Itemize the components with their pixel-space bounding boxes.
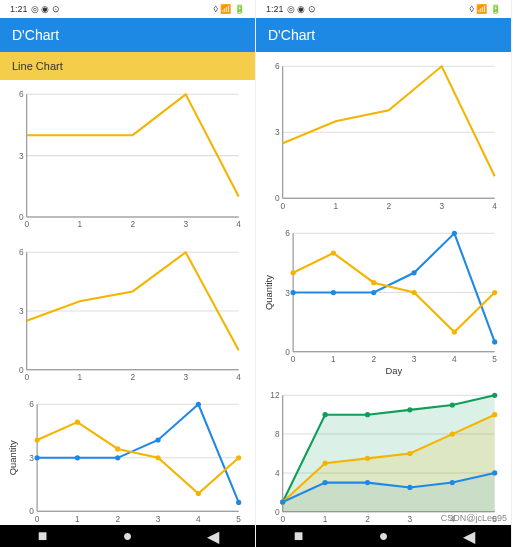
svg-text:1: 1 (333, 201, 338, 211)
svg-point-125 (407, 484, 412, 489)
svg-text:6: 6 (285, 228, 290, 238)
right-phone: 1:21◎ ◉ ⊙ ◊ 📶 🔋 D'Chart 03601234 0360123… (256, 0, 512, 547)
chart-2: 036012345Quantity (8, 394, 247, 525)
svg-point-90 (452, 329, 457, 334)
svg-text:Quantity: Quantity (8, 440, 18, 475)
svg-point-118 (365, 455, 370, 460)
svg-text:0: 0 (280, 514, 285, 524)
svg-text:1: 1 (323, 514, 328, 524)
svg-text:0: 0 (19, 212, 24, 222)
svg-text:3: 3 (183, 372, 188, 382)
svg-text:0: 0 (19, 364, 24, 374)
svg-point-119 (407, 451, 412, 456)
status-left-icons: ◎ ◉ ⊙ (287, 4, 316, 14)
svg-text:3: 3 (183, 219, 188, 229)
nav-recents-button[interactable]: ■ (294, 531, 304, 541)
svg-text:6: 6 (19, 89, 24, 99)
svg-point-51 (236, 455, 241, 460)
svg-point-86 (290, 270, 295, 275)
left-charts-container: 03601234 03601234 036012345Quantity (0, 80, 255, 525)
right-charts-container: 03601234 036012345QuantityDay 0481201234… (256, 52, 511, 525)
app-title: D'Chart (268, 27, 315, 43)
svg-point-113 (407, 407, 412, 412)
svg-point-127 (492, 470, 497, 475)
status-right-icons: ◊ 📶 🔋 (214, 4, 245, 14)
svg-point-123 (323, 480, 328, 485)
android-navbar: ■ ● ◀ (0, 525, 255, 547)
svg-text:0: 0 (275, 193, 280, 203)
svg-point-48 (115, 446, 120, 451)
status-bar: 1:21◎ ◉ ⊙ ◊ 📶 🔋 (0, 0, 255, 18)
svg-point-50 (196, 491, 201, 496)
svg-text:3: 3 (408, 514, 413, 524)
svg-text:6: 6 (275, 61, 280, 71)
chart-3: 03601234 (264, 56, 503, 217)
status-bar: 1:21◎ ◉ ⊙ ◊ 📶 🔋 (256, 0, 511, 18)
android-navbar: ■ ● ◀ (256, 525, 511, 547)
status-right-icons: ◊ 📶 🔋 (470, 4, 501, 14)
status-time: 1:21 (10, 4, 28, 14)
svg-point-42 (115, 455, 120, 460)
svg-text:5: 5 (492, 354, 497, 364)
svg-point-91 (492, 290, 497, 295)
svg-text:Quantity: Quantity (264, 275, 274, 310)
svg-text:0: 0 (275, 506, 280, 516)
svg-text:2: 2 (386, 201, 391, 211)
svg-point-111 (323, 412, 328, 417)
svg-point-41 (75, 455, 80, 460)
status-time: 1:21 (266, 4, 284, 14)
chart-5: 04812012345 (264, 385, 503, 525)
nav-home-button[interactable]: ● (123, 531, 133, 541)
svg-point-124 (365, 480, 370, 485)
svg-point-112 (365, 412, 370, 417)
nav-recents-button[interactable]: ■ (38, 531, 48, 541)
svg-text:6: 6 (29, 399, 34, 409)
svg-text:4: 4 (492, 201, 497, 211)
svg-point-122 (280, 499, 285, 504)
svg-text:2: 2 (365, 514, 370, 524)
svg-text:4: 4 (236, 372, 241, 382)
svg-point-88 (371, 280, 376, 285)
svg-text:6: 6 (19, 247, 24, 257)
svg-text:4: 4 (452, 354, 457, 364)
svg-text:1: 1 (75, 514, 80, 524)
svg-point-40 (34, 455, 39, 460)
svg-point-84 (452, 231, 457, 236)
nav-back-button[interactable]: ◀ (464, 531, 474, 541)
svg-text:2: 2 (130, 219, 135, 229)
app-title: D'Chart (12, 27, 59, 43)
svg-point-87 (331, 250, 336, 255)
section-header: Line Chart (0, 52, 255, 80)
left-phone: 1:21◎ ◉ ⊙ ◊ 📶 🔋 D'Chart Line Chart 03601… (0, 0, 256, 547)
svg-text:8: 8 (275, 429, 280, 439)
svg-text:12: 12 (270, 390, 280, 400)
svg-point-49 (155, 455, 160, 460)
svg-text:3: 3 (19, 151, 24, 161)
svg-text:0: 0 (280, 201, 285, 211)
svg-text:1: 1 (331, 354, 336, 364)
svg-text:Day: Day (386, 365, 403, 375)
svg-point-115 (492, 392, 497, 397)
svg-point-89 (411, 290, 416, 295)
svg-point-114 (450, 402, 455, 407)
svg-text:0: 0 (24, 372, 29, 382)
svg-text:0: 0 (29, 506, 34, 516)
svg-text:1: 1 (77, 372, 82, 382)
svg-text:3: 3 (439, 201, 444, 211)
svg-text:3: 3 (275, 127, 280, 137)
svg-text:3: 3 (412, 354, 417, 364)
nav-home-button[interactable]: ● (379, 531, 389, 541)
svg-text:0: 0 (35, 514, 40, 524)
svg-point-45 (236, 500, 241, 505)
svg-text:2: 2 (371, 354, 376, 364)
svg-point-83 (411, 270, 416, 275)
svg-point-85 (492, 339, 497, 344)
svg-text:0: 0 (285, 347, 290, 357)
svg-point-43 (155, 437, 160, 442)
nav-back-button[interactable]: ◀ (208, 531, 218, 541)
svg-point-81 (331, 290, 336, 295)
watermark: CSDN@jcLee95 (441, 513, 507, 523)
svg-text:4: 4 (236, 219, 241, 229)
app-bar: D'Chart (256, 18, 511, 52)
svg-text:3: 3 (19, 306, 24, 316)
